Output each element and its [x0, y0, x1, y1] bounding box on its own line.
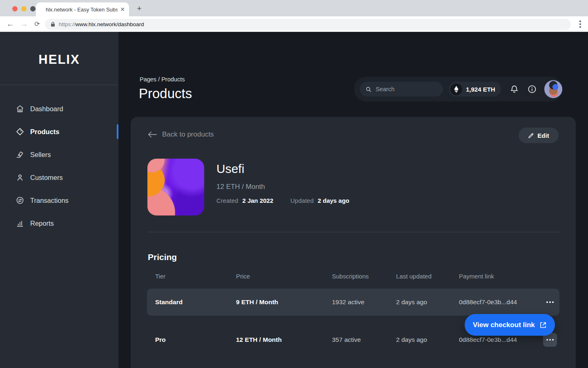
column-price: Price [236, 273, 332, 280]
cell-price: 12 ETH / Month [236, 336, 332, 343]
edit-button-label: Edit [537, 132, 549, 139]
column-last-updated: Last updated [396, 273, 459, 280]
column-tier: Tier [155, 273, 236, 280]
product-thumbnail [147, 159, 204, 215]
bar-chart-icon [16, 219, 24, 228]
cell-price: 9 ETH / Month [236, 298, 332, 306]
address-bar[interactable]: https://www.hlx.network/dashboard [45, 19, 571, 30]
pencil-icon [528, 132, 534, 139]
active-indicator [117, 124, 118, 139]
reload-icon[interactable]: ⟳ [33, 20, 42, 29]
app-window: hlx.network - Easy Token Subs ✕ + ← → ⟳ … [0, 0, 588, 368]
updated-label: Updated [290, 197, 314, 204]
url-host-path: www.hlx.network/dashboard [76, 21, 144, 27]
tag-icon [16, 127, 24, 136]
close-tab-icon[interactable]: ✕ [120, 6, 125, 13]
sidebar-item-transactions[interactable]: Transactions [0, 189, 118, 212]
table-row[interactable]: Standard 9 ETH / Month 1932 active 2 day… [147, 289, 559, 316]
updated-value: 2 days ago [318, 197, 350, 204]
cell-subscriptions: 357 active [332, 336, 396, 343]
new-tab-button[interactable]: + [136, 5, 143, 12]
window-zoom-button[interactable] [30, 6, 36, 11]
header-toolbar: 1,924 ETH [354, 77, 563, 101]
browser-tab-strip: hlx.network - Easy Token Subs ✕ + [0, 0, 588, 16]
browser-tab[interactable]: hlx.network - Easy Token Subs ✕ [36, 2, 129, 16]
sidebar-item-customers[interactable]: Customers [0, 166, 118, 189]
window-minimize-button[interactable] [21, 6, 27, 11]
person-icon [16, 173, 24, 182]
info-button[interactable] [527, 84, 537, 94]
more-options-icon [546, 339, 554, 341]
back-to-products-link[interactable]: Back to products [148, 130, 214, 139]
sidebar-item-dashboard[interactable]: Dashboard [0, 97, 118, 120]
product-meta: Created 2 Jan 2022 Updated 2 days ago [216, 197, 350, 204]
notifications-button[interactable] [509, 84, 519, 94]
sidebar-item-label: Customers [30, 174, 63, 182]
created-value: 2 Jan 2022 [242, 197, 273, 204]
seller-flag-icon [16, 150, 24, 159]
sidebar-item-label: Sellers [30, 151, 51, 159]
created-label: Created [216, 197, 238, 204]
cell-payment-link: 0d88ecf7-0e3b...d44 [459, 336, 543, 343]
info-icon [528, 85, 537, 94]
url-scheme: https:// [59, 21, 76, 27]
cell-last-updated: 2 days ago [396, 336, 459, 343]
sidebar-item-label: Transactions [30, 197, 69, 204]
transfer-icon [16, 196, 24, 205]
sidebar-item-reports[interactable]: Reports [0, 212, 118, 235]
more-options-button[interactable] [543, 295, 557, 309]
edit-button[interactable]: Edit [519, 128, 559, 143]
sidebar-item-products[interactable]: Products [0, 120, 118, 143]
column-payment-link: Payment link [459, 273, 543, 280]
tab-title: hlx.network - Easy Token Subs [46, 7, 118, 13]
cell-subscriptions: 1932 active [332, 298, 396, 306]
cell-last-updated: 2 days ago [396, 298, 459, 306]
breadcrumb: Pages / Products [140, 76, 185, 83]
back-icon[interactable]: ← [6, 20, 15, 29]
pricing-section-title: Pricing [148, 252, 177, 262]
avatar[interactable] [544, 80, 562, 98]
browser-menu-icon[interactable]: ••• [577, 20, 584, 29]
sidebar-item-label: Dashboard [30, 105, 63, 113]
external-link-icon [539, 321, 547, 329]
sidebar-divider [0, 85, 118, 85]
pricing-table-header: Tier Price Subscriptions Last updated Pa… [147, 272, 559, 280]
home-icon [16, 104, 24, 113]
sidebar-item-label: Reports [30, 220, 54, 227]
window-close-button[interactable] [12, 6, 18, 11]
wallet-balance: 1,924 ETH [466, 86, 495, 93]
product-name: Usefi [216, 162, 244, 176]
bell-icon [510, 85, 519, 94]
ethereum-icon [450, 83, 462, 95]
sidebar-item-label: Products [30, 128, 60, 136]
wallet-balance-pill[interactable]: 1,924 ETH [449, 82, 501, 96]
column-subscriptions: Subscriptions [332, 273, 396, 280]
search-input[interactable] [376, 86, 437, 92]
helix-logo: HELIX [0, 52, 118, 67]
cell-payment-link: 0d88ecf7-0e3b...d44 [459, 298, 543, 306]
cell-tier: Pro [155, 336, 236, 343]
lock-icon [51, 22, 55, 27]
search-icon [365, 86, 372, 92]
back-to-products-label: Back to products [162, 130, 214, 139]
section-divider [147, 232, 559, 232]
sidebar: HELIX Dashboard Products [0, 32, 118, 368]
view-checkout-link-button[interactable]: View checkout link [465, 314, 555, 336]
cell-tier: Standard [155, 298, 236, 306]
forward-icon[interactable]: → [20, 20, 29, 29]
page-title: Products [139, 86, 192, 101]
sidebar-item-sellers[interactable]: Sellers [0, 143, 118, 166]
app-body: HELIX Dashboard Products [0, 32, 588, 368]
view-checkout-link-label: View checkout link [473, 321, 535, 329]
search-box[interactable] [360, 82, 443, 96]
product-price: 12 ETH / Month [216, 183, 265, 191]
more-options-icon [546, 301, 554, 303]
arrow-left-icon [148, 131, 157, 138]
